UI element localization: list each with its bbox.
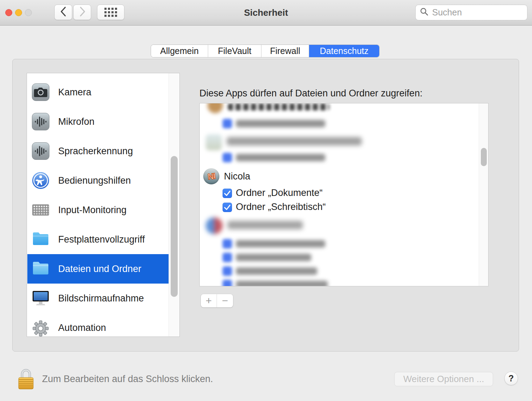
- sidebar-scrollbar-thumb[interactable]: [171, 156, 178, 297]
- blurred-app-icon: [206, 134, 222, 150]
- tab-filevault[interactable]: FileVault: [208, 45, 261, 57]
- sidebar-item-input-monitoring[interactable]: Input-Monitoring: [27, 195, 169, 225]
- app-name: Nicola: [224, 171, 250, 182]
- blurred-checkbox: [223, 239, 232, 249]
- sidebar-item-label: Input-Monitoring: [58, 205, 127, 216]
- search-icon: [420, 7, 429, 18]
- more-options-button[interactable]: Weitere Optionen ...: [394, 372, 493, 386]
- add-app-button[interactable]: +: [201, 294, 217, 307]
- tab-allgemein[interactable]: Allgemein: [151, 45, 208, 57]
- search-input[interactable]: [432, 7, 523, 18]
- list-scrollbar-track[interactable]: [479, 103, 488, 286]
- lock-icon[interactable]: [18, 367, 34, 391]
- lock-hint-text: Zum Bearbeiten auf das Schloss klicken.: [42, 374, 213, 385]
- title-bar: Sicherheit: [0, 0, 532, 26]
- camera-icon: [32, 83, 49, 101]
- waveform-icon: [32, 113, 49, 130]
- gear-icon: [32, 319, 49, 337]
- security-preferences-window: { "titlebar": { "title": "Sicherheit", "…: [0, 0, 532, 401]
- sidebar-item-label: Bedienungshilfen: [58, 175, 131, 186]
- sidebar-item-label: Automation: [58, 322, 106, 333]
- sidebar-item-label: Dateien und Ordner: [58, 264, 141, 274]
- keyboard-icon: [32, 201, 49, 219]
- sidebar-item-dateien-und-ordner[interactable]: Dateien und Ordner: [27, 254, 169, 284]
- blurred-checkbox: [223, 253, 232, 262]
- blurred-checkbox: [223, 280, 232, 286]
- sidebar-item-label: Kamera: [58, 87, 91, 98]
- checkbox-label: Ordner „Schreibtisch“: [236, 202, 326, 212]
- sidebar-item-bedienungshilfen[interactable]: Bedienungshilfen: [27, 166, 169, 195]
- help-button[interactable]: ?: [504, 372, 518, 385]
- nicola-app-icon: NI: [203, 168, 219, 184]
- waveform-icon: [32, 142, 49, 160]
- blurred-checkbox: [223, 119, 232, 128]
- blurred-app-icon: [206, 217, 223, 234]
- sidebar-item-bildschirmaufnahme[interactable]: Bildschirmaufnahme: [27, 284, 169, 313]
- search-field[interactable]: [415, 5, 527, 20]
- add-remove-control: + −: [201, 294, 233, 307]
- sidebar-item-label: Bildschirmaufnahme: [58, 293, 144, 304]
- blurred-app-icon: [207, 103, 223, 113]
- sidebar-item-automation[interactable]: Automation: [27, 313, 169, 337]
- blurred-checkbox: [223, 153, 232, 162]
- folder-icon: [32, 231, 49, 248]
- privacy-panel: Kamera Mikrofon Spracherkennung: [12, 59, 519, 352]
- sidebar-item-kamera[interactable]: Kamera: [27, 77, 169, 107]
- sidebar-scrollbar-track[interactable]: [169, 73, 179, 337]
- sidebar-item-label: Spracherkennung: [58, 146, 133, 157]
- sidebar-item-label: Festplattenvollzugriff: [58, 234, 145, 245]
- privacy-categories-list: Kamera Mikrofon Spracherkennung: [27, 73, 180, 337]
- app-access-header: Diese Apps dürfen auf Dateien und Ordner…: [199, 88, 422, 99]
- checkbox-label: Ordner „Dokumente“: [236, 188, 323, 198]
- sidebar-item-spracherkennung[interactable]: Spracherkennung: [27, 136, 169, 166]
- tab-bar: Allgemein FileVault Firewall Datenschutz: [151, 45, 380, 57]
- folder-icon: [32, 260, 49, 278]
- list-scrollbar-thumb[interactable]: [481, 148, 487, 166]
- checkbox-dokumente[interactable]: [223, 189, 232, 198]
- app-access-list: NI Nicola Ordner „Dokumente“ Ordner „Sch…: [199, 103, 489, 286]
- sidebar-item-festplattenvollzugriff[interactable]: Festplattenvollzugriff: [27, 225, 169, 254]
- checkbox-schreibtisch[interactable]: [223, 203, 232, 212]
- tab-firewall[interactable]: Firewall: [261, 45, 309, 57]
- tab-datenschutz[interactable]: Datenschutz: [309, 45, 379, 57]
- accessibility-icon: [32, 172, 49, 189]
- remove-app-button[interactable]: −: [217, 294, 233, 307]
- blurred-checkbox: [223, 266, 232, 276]
- display-icon: [32, 290, 49, 307]
- sidebar-item-label: Mikrofon: [58, 116, 95, 127]
- sidebar-item-mikrofon[interactable]: Mikrofon: [27, 107, 169, 136]
